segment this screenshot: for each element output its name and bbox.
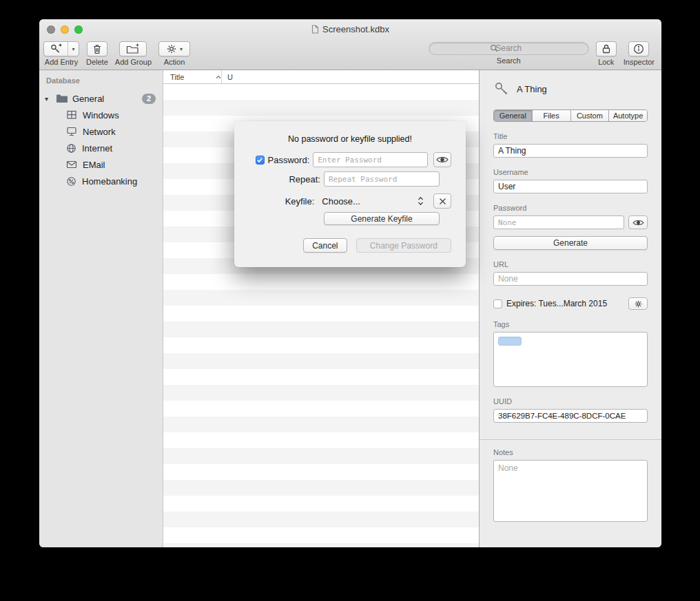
lock-button[interactable] (596, 41, 617, 56)
tab-autotype[interactable]: Autotype (608, 110, 647, 121)
username-field-label: Username (493, 168, 648, 176)
generate-password-button[interactable]: Generate (493, 236, 648, 250)
add-group-button[interactable] (119, 41, 147, 56)
keyfile-label: Keyfile: (285, 196, 315, 207)
eye-icon (436, 156, 449, 164)
tab-general[interactable]: General (494, 110, 532, 121)
cancel-button[interactable]: Cancel (303, 238, 347, 253)
sidebar-item-email[interactable]: EMail (39, 156, 163, 173)
inspector-label: Inspector (624, 58, 655, 66)
password-checkbox[interactable] (256, 156, 265, 165)
add-entry-segmented: ▾ (43, 41, 79, 56)
inspector-button[interactable] (628, 41, 649, 56)
lock-label: Lock (598, 58, 614, 66)
windows-icon (66, 110, 77, 120)
sort-ascending-icon (216, 75, 221, 79)
clear-keyfile-button[interactable] (433, 193, 451, 209)
sidebar-item-label: Homebanking (82, 176, 137, 187)
inspector-panel: A Thing General Files Custom Autotype Ti… (479, 70, 661, 547)
action-label: Action (164, 58, 185, 66)
entry-title: A Thing (517, 84, 547, 94)
close-button[interactable] (47, 25, 55, 34)
reveal-dialog-password-button[interactable] (433, 152, 451, 167)
dialog-message: No password or keyfile supplied! (249, 134, 451, 144)
action-item: ▾ Action (158, 41, 190, 66)
sidebar-item-internet[interactable]: Internet (39, 140, 163, 156)
tab-label: Files (544, 112, 559, 120)
search-label: Search (497, 56, 521, 65)
check-icon (256, 157, 263, 163)
title-column-label: Title (170, 73, 184, 81)
content-area: Database ▾ General 2 Windows Network (39, 70, 661, 547)
tab-label: Custom (577, 112, 603, 120)
envelope-icon (66, 160, 77, 169)
search-item: Search (429, 41, 589, 65)
password-label: Password: (268, 155, 310, 165)
search-input[interactable] (429, 42, 589, 55)
folder-plus-icon (126, 43, 140, 54)
keyfile-selected-value: Choose... (322, 196, 418, 207)
expires-label: Expires: Tues...March 2015 (506, 299, 624, 308)
gear-icon (634, 299, 643, 308)
uuid-field[interactable] (493, 409, 648, 423)
minimize-button[interactable] (61, 25, 69, 34)
key-icon (493, 81, 510, 97)
stepper-icon (418, 196, 424, 206)
inspector-item: Inspector (624, 41, 655, 66)
sidebar-item-label: Windows (83, 110, 119, 120)
tab-custom[interactable]: Custom (570, 110, 609, 121)
username-field[interactable] (493, 180, 648, 193)
column-header-title[interactable]: Title (163, 70, 222, 83)
repeat-password-input[interactable] (324, 171, 440, 187)
sidebar: Database ▾ General 2 Windows Network (39, 70, 163, 547)
sidebar-group-label: General (72, 94, 138, 104)
trash-icon (92, 43, 103, 55)
delete-button[interactable] (87, 41, 107, 56)
inspector-header: A Thing (493, 78, 648, 99)
titlebar[interactable]: Screenshot.kdbx (39, 19, 661, 39)
generate-keyfile-button[interactable]: Generate Keyfile (324, 212, 440, 225)
add-entry-button[interactable] (44, 42, 68, 56)
eye-icon (632, 219, 644, 226)
window-chrome: Screenshot.kdbx ▾ Add Entry (39, 19, 661, 70)
url-field[interactable] (493, 272, 648, 286)
notes-field[interactable] (493, 460, 648, 522)
sidebar-section-header: Database (46, 76, 163, 85)
toolbar: ▾ Add Entry Delete Add Group (39, 39, 661, 70)
sidebar-item-homebanking[interactable]: Homebanking (39, 173, 163, 189)
percent-coin-icon (66, 176, 76, 187)
username-column-label: U (227, 73, 233, 81)
reveal-password-button[interactable] (628, 215, 648, 229)
zoom-button[interactable] (74, 25, 83, 34)
globe-icon (66, 143, 76, 154)
tab-files[interactable]: Files (532, 110, 570, 121)
change-password-button[interactable]: Change Password (356, 238, 451, 253)
tab-label: Autotype (613, 112, 643, 120)
sidebar-group-general[interactable]: ▾ General 2 (39, 90, 163, 107)
add-entry-dropdown[interactable]: ▾ (68, 42, 79, 56)
add-group-item: Add Group (115, 41, 152, 66)
inspector-tabs: General Files Custom Autotype (493, 109, 648, 122)
column-header-username[interactable]: U (222, 73, 479, 81)
expires-settings-button[interactable] (628, 297, 648, 310)
password-field[interactable] (493, 215, 624, 229)
sidebar-item-network[interactable]: Network (39, 123, 163, 140)
window-title: Screenshot.kdbx (322, 24, 389, 34)
window-title-area: Screenshot.kdbx (39, 19, 661, 39)
change-password-dialog: No password or keyfile supplied! Passwor… (234, 121, 466, 267)
action-button[interactable]: ▾ (158, 41, 190, 56)
disclosure-triangle-icon[interactable]: ▾ (45, 95, 52, 103)
folder-icon (56, 94, 68, 103)
keyfile-popup[interactable]: Choose... (318, 193, 424, 209)
enter-password-input[interactable] (313, 152, 428, 167)
sidebar-item-label: Internet (82, 143, 112, 154)
inspector-divider (480, 439, 661, 440)
tag-chip[interactable] (498, 337, 522, 346)
monitor-icon (66, 127, 77, 136)
title-field[interactable] (493, 144, 648, 158)
notes-field-label: Notes (493, 448, 648, 456)
sidebar-item-windows[interactable]: Windows (39, 107, 163, 123)
tags-field[interactable] (493, 332, 648, 387)
expires-checkbox[interactable] (493, 299, 502, 308)
key-plus-icon (50, 43, 62, 55)
